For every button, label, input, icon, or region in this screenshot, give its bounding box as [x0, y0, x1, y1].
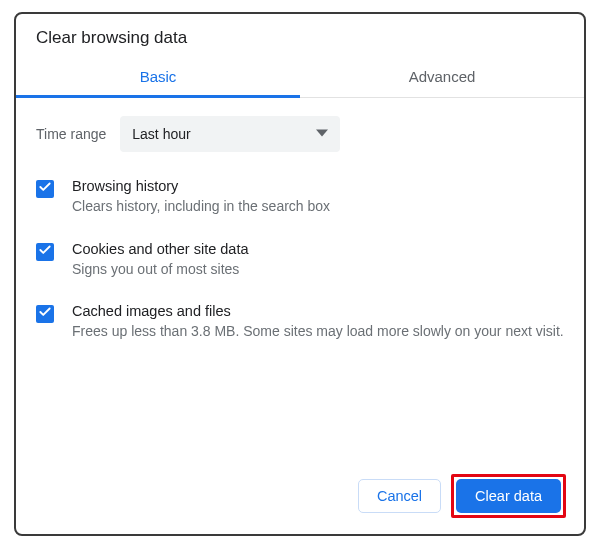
checkbox-cookies[interactable] [36, 243, 54, 261]
clear-data-button[interactable]: Clear data [456, 479, 561, 513]
option-title: Browsing history [72, 178, 564, 194]
dialog-body: Time range Last hour Browsing history Cl [16, 98, 584, 460]
tab-label: Advanced [409, 68, 476, 85]
button-label: Clear data [475, 488, 542, 504]
dialog-title: Clear browsing data [16, 14, 584, 58]
checkbox-cache[interactable] [36, 305, 54, 323]
option-cache: Cached images and files Frees up less th… [36, 303, 564, 342]
checkbox-browsing-history[interactable] [36, 180, 54, 198]
option-browsing-history: Browsing history Clears history, includi… [36, 178, 564, 217]
time-range-value: Last hour [132, 126, 190, 142]
tab-bar: Basic Advanced [16, 58, 584, 98]
button-label: Cancel [377, 488, 422, 504]
annotation-highlight: Clear data [451, 474, 566, 518]
tab-basic[interactable]: Basic [16, 58, 300, 97]
check-icon [38, 180, 52, 198]
check-icon [38, 243, 52, 261]
option-cookies: Cookies and other site data Signs you ou… [36, 241, 564, 280]
dialog-footer: Cancel Clear data [16, 460, 584, 534]
time-range-select[interactable]: Last hour [120, 116, 340, 152]
clear-browsing-data-dialog: Clear browsing data Basic Advanced Time … [14, 12, 586, 536]
time-range-row: Time range Last hour [36, 116, 564, 152]
option-desc: Signs you out of most sites [72, 260, 564, 280]
check-icon [38, 305, 52, 323]
chevron-down-icon [316, 125, 328, 143]
option-desc: Frees up less than 3.8 MB. Some sites ma… [72, 322, 564, 342]
tab-label: Basic [140, 68, 177, 85]
time-range-label: Time range [36, 126, 106, 142]
option-title: Cached images and files [72, 303, 564, 319]
option-desc: Clears history, including in the search … [72, 197, 564, 217]
cancel-button[interactable]: Cancel [358, 479, 441, 513]
tab-advanced[interactable]: Advanced [300, 58, 584, 97]
option-title: Cookies and other site data [72, 241, 564, 257]
